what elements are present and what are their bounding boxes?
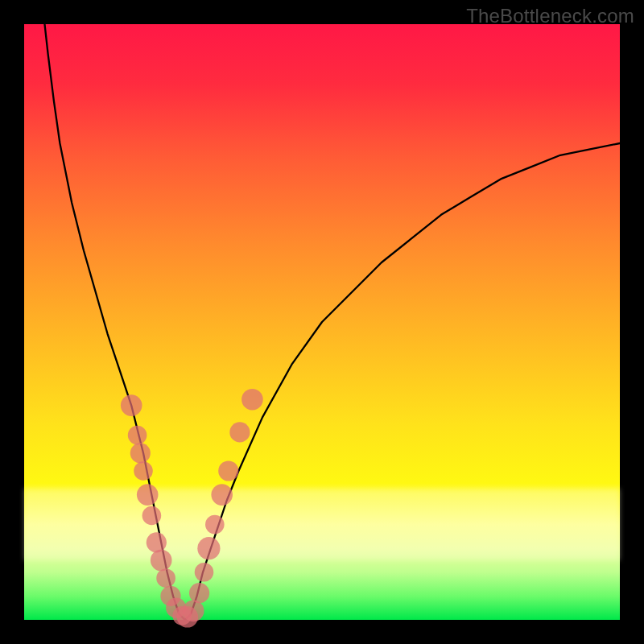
data-marker [147,532,167,552]
data-marker [195,563,214,582]
data-marker [130,443,151,463]
data-marker [197,537,220,559]
data-marker [128,426,147,445]
data-marker [218,460,238,481]
plot-area [24,24,620,620]
chart-frame: TheBottleneck.com [0,0,644,644]
data-marker [211,484,233,506]
data-marker [242,389,263,411]
data-marker [134,461,153,481]
data-marker [121,394,142,416]
bottleneck-curve [42,0,620,620]
data-marker [156,568,175,588]
data-marker [183,601,204,622]
data-marker [142,506,162,526]
data-marker [137,484,159,506]
data-marker [205,515,225,535]
data-marker [151,550,172,572]
data-marker [189,583,209,603]
data-marker [229,422,250,442]
data-markers [121,389,263,628]
chart-svg [24,24,620,620]
